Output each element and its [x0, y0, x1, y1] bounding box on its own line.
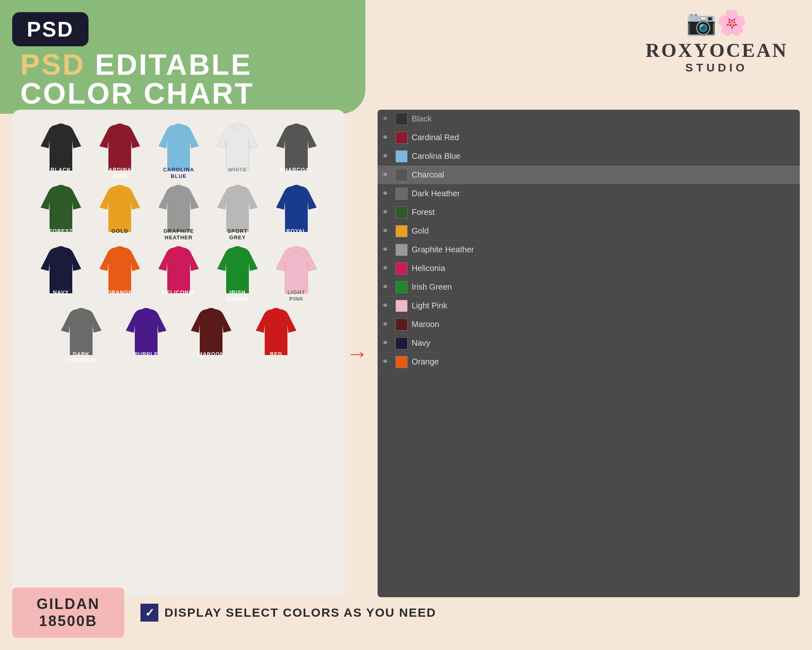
layer-name-maroon: Maroon — [412, 320, 439, 329]
layer-item-navy[interactable]: 👁 Navy — [378, 334, 800, 353]
eye-icon[interactable]: 👁 — [382, 265, 392, 272]
hoodie-red: RED — [248, 306, 304, 364]
hoodie-label-light-pink: LIGHTPINK — [287, 289, 305, 302]
svg-point-0 — [56, 124, 66, 130]
title-editable: EDITABLE — [85, 48, 252, 81]
layer-item-carolina-blue[interactable]: 👁 Carolina Blue — [378, 147, 800, 166]
layer-name-dark-heather: Dark Heather — [412, 189, 460, 198]
main-content: BLACK CARDINALRED — [12, 110, 800, 597]
checkbox-icon — [140, 604, 158, 622]
arrow-container: → — [345, 110, 369, 597]
eye-icon[interactable]: 👁 — [382, 246, 392, 254]
svg-point-17 — [206, 308, 216, 314]
layer-thumb-carolina-blue — [395, 150, 408, 162]
layer-item-maroon[interactable]: 👁 Maroon — [378, 315, 800, 334]
svg-point-2 — [174, 124, 184, 130]
hoodie-heliconia: HELICONIA — [150, 245, 207, 302]
hoodie-label-charcoal: CHARCOAL — [280, 167, 313, 173]
layer-thumb-black — [395, 113, 408, 125]
display-select-area: DISPLAY SELECT COLORS AS YOU NEED — [140, 604, 436, 622]
eye-icon[interactable]: 👁 — [382, 321, 392, 328]
layer-item-graphite-heather[interactable]: 👁 Graphite Heather — [378, 240, 800, 259]
hoodie-charcoal: CHARCOAL — [268, 122, 325, 179]
hoodie-navy: NAVY — [32, 245, 89, 302]
layer-item-irish-green[interactable]: 👁 Irish Green — [378, 278, 800, 297]
eye-icon[interactable]: 👁 — [382, 302, 392, 310]
psd-badge: PSD — [12, 12, 89, 46]
eye-icon[interactable]: 👁 — [382, 228, 392, 235]
layer-name-charcoal: Charcoal — [412, 170, 444, 180]
layer-thumb-irish-green — [395, 281, 408, 293]
hoodie-gold: GOLD — [91, 183, 148, 240]
arrow-right: → — [346, 340, 369, 366]
hoodie-irish-green: IRISHGREEN — [209, 245, 266, 302]
hoodie-dark-heather: DARKHEATHER — [53, 306, 110, 364]
layer-item-charcoal[interactable]: 👁 Charcoal — [378, 166, 800, 184]
bottom-bar: GILDAN 18500B DISPLAY SELECT COLORS AS Y… — [12, 587, 800, 638]
eye-icon[interactable]: 👁 — [382, 284, 392, 291]
layer-thumb-heliconia — [395, 262, 408, 275]
hoodie-orange: ORANGE — [91, 245, 148, 302]
eye-icon[interactable]: 👁 — [382, 358, 392, 366]
camera-icon: 📷🌸 — [646, 8, 788, 37]
layer-thumb-dark-heather — [395, 188, 408, 200]
hoodie-label-graphite-heather: GRAPHITEHEATHER — [163, 228, 194, 240]
hoodie-light-pink: LIGHTPINK — [268, 245, 325, 302]
title-psd: PSD — [20, 48, 85, 81]
hoodie-row-3: NAVY ORANGE — [20, 245, 337, 302]
psd-badge-text: PSD — [27, 17, 74, 41]
gildan-line1: GILDAN — [37, 596, 100, 613]
svg-point-4 — [292, 124, 301, 130]
hoodie-label-forest: FOREST — [49, 228, 73, 234]
layer-name-cardinal-red: Cardinal Red — [412, 133, 459, 142]
svg-point-16 — [141, 308, 151, 314]
eye-icon[interactable]: 👁 — [382, 115, 392, 123]
svg-point-7 — [174, 185, 184, 191]
svg-point-14 — [292, 246, 301, 253]
hoodie-sport-grey: SPORTGREY — [209, 183, 266, 240]
hoodie-label-black: BLACK — [51, 167, 71, 173]
layer-item-dark-heather[interactable]: 👁 Dark Heather — [378, 184, 800, 203]
hoodie-row-4: DARKHEATHER PURPLE — [20, 306, 337, 364]
layer-thumb-light-pink — [395, 300, 408, 312]
hoodie-label-dark-heather: DARKHEATHER — [67, 351, 95, 364]
layer-name-orange: Orange — [412, 357, 439, 366]
eye-icon[interactable]: 👁 — [382, 134, 392, 141]
hoodie-label-red: RED — [270, 351, 282, 358]
layer-item-light-pink[interactable]: 👁 Light Pink — [378, 297, 800, 315]
svg-point-9 — [292, 185, 301, 191]
eye-icon[interactable]: 👁 — [382, 209, 392, 216]
layer-item-cardinal-red[interactable]: 👁 Cardinal Red — [378, 128, 800, 147]
layer-thumb-navy — [395, 337, 408, 349]
hoodie-graphite-heather: GRAPHITEHEATHER — [150, 183, 207, 240]
eye-icon[interactable]: 👁 — [382, 190, 392, 197]
layer-name-black: Black — [412, 114, 432, 124]
gildan-badge: GILDAN 18500B — [12, 587, 124, 638]
hoodie-row-1: BLACK CARDINALRED — [20, 122, 337, 179]
layer-name-irish-green: Irish Green — [412, 282, 452, 292]
layer-item-forest[interactable]: 👁 Forest — [378, 203, 800, 222]
logo-name: ROXYOCEAN — [646, 39, 788, 61]
layer-thumb-charcoal — [395, 169, 408, 181]
layer-item-gold[interactable]: 👁 Gold — [378, 222, 800, 240]
svg-point-18 — [271, 308, 281, 314]
layer-name-light-pink: Light Pink — [412, 301, 447, 310]
svg-point-6 — [115, 185, 125, 191]
eye-icon[interactable]: 👁 — [382, 153, 392, 160]
layers-panel: 👁 Black 👁 Cardinal Red 👁 Carolina Blue 👁… — [378, 110, 800, 597]
hoodie-label-heliconia: HELICONIA — [162, 289, 195, 296]
eye-icon[interactable]: 👁 — [382, 171, 392, 179]
hoodie-label-sport-grey: SPORTGREY — [227, 228, 248, 240]
hoodie-label-carolina-blue: CAROLINABLUE — [163, 167, 194, 179]
hoodie-label-irish-green: IRISHGREEN — [227, 289, 248, 302]
hoodie-cardinal-red: CARDINALRED — [91, 122, 148, 179]
layer-item-black-partial[interactable]: 👁 Black — [378, 110, 800, 128]
logo-studio: STUDIO — [646, 61, 788, 74]
svg-point-11 — [115, 246, 125, 253]
layer-item-heliconia[interactable]: 👁 Heliconia — [378, 259, 800, 278]
hoodie-label-cardinal-red: CARDINALRED — [104, 167, 135, 179]
layer-item-orange[interactable]: 👁 Orange — [378, 353, 800, 371]
eye-icon[interactable]: 👁 — [382, 340, 392, 347]
layer-name-forest: Forest — [412, 208, 435, 217]
hoodie-label-royal: ROYAL — [286, 228, 306, 234]
